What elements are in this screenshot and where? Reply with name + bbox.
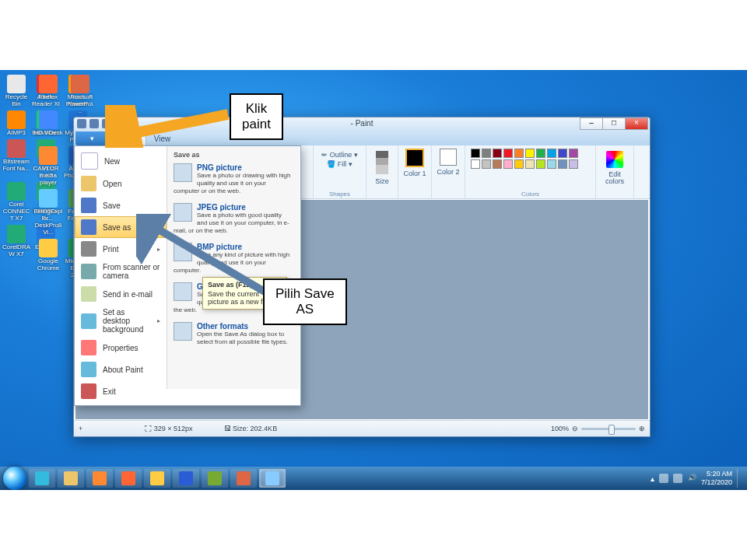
desktop-icon[interactable]: CorelDRAW X7 (2, 225, 31, 257)
start-button[interactable] (3, 467, 26, 490)
ribbon-group-label: Shapes (314, 191, 366, 198)
palette-color[interactable] (569, 149, 578, 158)
taskbar-paint[interactable] (259, 469, 286, 488)
status-pointer: + (79, 425, 82, 432)
taskbar-firefox[interactable] (115, 469, 142, 488)
fill-dropdown[interactable]: Fill (338, 160, 347, 168)
tray-date[interactable]: 7/12/2020 (701, 478, 732, 487)
taskbar-explorer[interactable] (58, 469, 84, 488)
tray-time[interactable]: 5:20 AM (701, 470, 732, 478)
file-menu-save[interactable]: Save (75, 194, 167, 216)
color2-button[interactable]: Color 2 (437, 168, 460, 176)
desktop-icons-col3: Microsoft PowerPoi... (65, 73, 98, 116)
file-menu-open[interactable]: Open (75, 173, 167, 194)
palette-color[interactable] (482, 159, 491, 169)
size-button[interactable]: Size (371, 177, 393, 185)
taskbar: ▴ 🔊 5:20 AM 7/12/2020 (0, 467, 747, 490)
status-bar: + ⛶ 329 × 512px 🖫 Size: 202.4KB 100% ⊖ ⊕ (74, 420, 650, 436)
edit-colors-button[interactable]: Edit colors (601, 171, 629, 185)
taskbar-wmp[interactable] (86, 469, 113, 488)
file-menu-exit[interactable]: Exit (75, 380, 167, 402)
palette-color[interactable] (503, 149, 513, 158)
window-title: - Paint (351, 119, 374, 128)
save-as-submenu-header: Save as (167, 151, 300, 162)
palette-color[interactable] (547, 159, 556, 169)
palette-color[interactable] (525, 149, 535, 158)
zoom-slider[interactable] (581, 428, 636, 430)
annotation-callout-2: Pilih Save AS (263, 278, 347, 325)
svg-line-1 (119, 114, 228, 136)
tray-volume-icon[interactable]: 🔊 (687, 474, 696, 483)
palette-color[interactable] (536, 159, 545, 169)
minimize-button[interactable]: – (580, 117, 603, 130)
file-menu-button[interactable] (75, 131, 108, 145)
desktop-icon[interactable]: Firefox (33, 75, 63, 100)
file-menu-about[interactable]: About Paint (75, 359, 167, 380)
desktop-icon[interactable]: Google Chrome (33, 239, 63, 271)
palette-color[interactable] (558, 149, 567, 158)
palette-color[interactable] (558, 159, 567, 169)
color-palette[interactable] (470, 148, 583, 170)
svg-line-3 (148, 223, 265, 292)
desktop-icon[interactable]: Bitstream Font Na... (2, 139, 31, 172)
palette-color[interactable] (536, 149, 545, 158)
taskbar-onenote[interactable] (202, 469, 228, 488)
annotation-callout-1: Klik paint (230, 93, 283, 140)
desktop-icon[interactable]: Recycle Bin (2, 75, 31, 107)
desktop-icon[interactable]: BillingExplor... DeskPro8 Vi... (33, 189, 63, 236)
desktop-icon[interactable]: VLC media player (33, 146, 63, 186)
color1-button[interactable]: Color 1 (403, 170, 426, 177)
close-button[interactable]: × (625, 117, 648, 130)
maximize-button[interactable]: □ (602, 117, 626, 130)
taskbar-chrome[interactable] (144, 469, 170, 488)
file-menu-properties[interactable]: Properties (75, 337, 167, 359)
desktop-icon[interactable]: HD VDeck (33, 110, 63, 136)
palette-color[interactable] (482, 149, 491, 158)
palette-color[interactable] (569, 159, 578, 169)
desktop-icon[interactable]: Microsoft PowerPoi... (65, 75, 95, 114)
tray-flag-icon[interactable] (659, 474, 668, 483)
palette-color[interactable] (514, 159, 524, 169)
arrow-blue-icon (136, 214, 276, 303)
status-filesize: Size: 202.4KB (233, 425, 277, 432)
taskbar-powerpoint[interactable] (230, 469, 257, 488)
palette-color[interactable] (514, 149, 524, 158)
desktop-icon[interactable]: AIMP3 (2, 110, 31, 136)
zoom-level: 100% (551, 425, 569, 432)
palette-color[interactable] (493, 149, 502, 158)
desktop-wallpaper: Recycle BinAdobe Reader XIAIMP3BandicamB… (0, 70, 747, 490)
palette-color[interactable] (525, 159, 535, 169)
status-dimensions: 329 × 512px (154, 425, 193, 432)
palette-color[interactable] (471, 159, 480, 169)
outline-dropdown[interactable]: Outline (330, 151, 352, 159)
zoom-in-button[interactable]: ⊕ (639, 425, 645, 432)
file-menu-new[interactable]: New (75, 149, 167, 173)
save-as-format-option[interactable]: Other formatsOpen the Save As dialog box… (167, 320, 300, 352)
zoom-out-button[interactable]: ⊖ (572, 425, 578, 432)
palette-color[interactable] (503, 159, 513, 169)
palette-color[interactable] (547, 149, 556, 158)
arrow-orange-icon (105, 105, 237, 148)
taskbar-ie[interactable] (29, 469, 55, 488)
palette-color[interactable] (471, 149, 480, 158)
show-desktop-button[interactable] (737, 469, 744, 488)
tray-network-icon[interactable] (673, 474, 682, 483)
save-as-format-option[interactable]: PNG pictureSave a photo or drawing with … (167, 162, 300, 201)
taskbar-word[interactable] (173, 469, 199, 488)
system-tray[interactable]: ▴ 🔊 5:20 AM 7/12/2020 (651, 469, 744, 488)
file-menu-wallpaper[interactable]: Set as desktop background▸ (75, 305, 167, 337)
ribbon-group-label: Colors (465, 191, 595, 198)
palette-color[interactable] (493, 159, 502, 169)
desktop-icon[interactable]: Corel CONNECT X7 (2, 182, 31, 222)
